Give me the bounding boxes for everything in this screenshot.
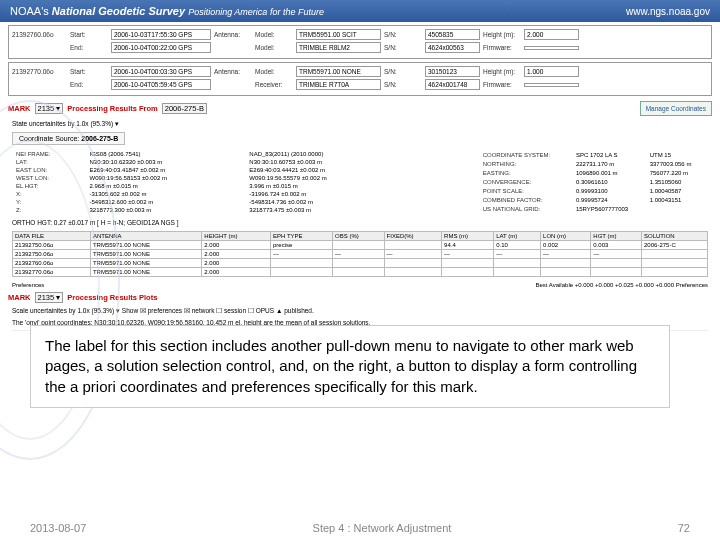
mark-plots-header: MARK 2135 ▾ Processing Results Plots — [0, 290, 720, 305]
slide-footer: 2013-08-07 Step 4 : Network Adjustment 7… — [0, 522, 720, 534]
scale-uncertainties[interactable]: State uncertainites by 1.0x (95.3%) ▾ — [0, 118, 720, 130]
prefs-right[interactable]: Best Available +0.000 +0.000 +0.025 +0.0… — [535, 282, 708, 288]
footer-page: 72 — [678, 522, 690, 534]
table-header: ANTENNA — [90, 232, 201, 241]
banner-url: www.ngs.noaa.gov — [626, 6, 710, 17]
footer-date: 2013-08-07 — [30, 522, 86, 534]
mark-select[interactable]: 2135 ▾ — [35, 103, 64, 114]
table-header: SOLUTION — [642, 232, 708, 241]
footer-step: Step 4 : Network Adjustment — [313, 522, 452, 534]
noaa-banner: NOAA's National Geodetic Survey Position… — [0, 0, 720, 22]
table-header: DATA FILE — [13, 232, 91, 241]
file-panel: 21392770.06oStart:2006-10-04T00:03:30 GP… — [8, 62, 712, 96]
table-row: 21392750.06oTRM55971.00 NONE2.000precise… — [13, 241, 708, 250]
results-from-label: Processing Results From — [67, 104, 157, 113]
plots-scale-row[interactable]: Scale uncertainites by 1.0x (95.3%) ▾ Sh… — [0, 305, 720, 317]
plots-mark-select[interactable]: 2135 ▾ — [35, 292, 64, 303]
mark-results-header: MARK 2135 ▾ Processing Results From 2006… — [0, 99, 720, 118]
file-panel: 21392760.06oStart:2006-10-03T17:55:30 GP… — [8, 25, 712, 59]
table-header: RMS (m) — [442, 232, 494, 241]
table-row: 21392760.06oTRM55971.00 NONE2.000 — [13, 259, 708, 268]
coordinate-tables: NEI FRAME:IGS08 (2006.7541)LAT:N30:30:10… — [12, 149, 708, 215]
table-header: FIXED(%) — [384, 232, 441, 241]
table-header: HGT (m) — [591, 232, 642, 241]
table-header: OBS (%) — [333, 232, 385, 241]
table-header: EPH TYPE — [271, 232, 333, 241]
manage-coordinates-button[interactable]: Manage Coordinates — [640, 101, 712, 116]
prefs-row: Preferences Best Available +0.000 +0.000… — [0, 280, 720, 290]
project-select[interactable]: 2006-275-B — [162, 103, 207, 114]
table-row: 21392750.06oTRM55971.00 NONE2.000——————— — [13, 250, 708, 259]
mark-label: MARK — [8, 104, 31, 113]
explanation-callout: The label for this section includes anot… — [30, 325, 670, 408]
table-header: HEIGHT (m) — [202, 232, 271, 241]
table-row: 21392770.06oTRM55971.00 NONE2.000 — [13, 268, 708, 277]
coord-source: Coordinate Source: 2006-275-B — [12, 132, 125, 145]
data-file-table: DATA FILEANTENNAHEIGHT (m)EPH TYPEOBS (%… — [12, 231, 708, 277]
table-header: LAT (m) — [494, 232, 541, 241]
table-header: LON (m) — [541, 232, 591, 241]
prefs-left[interactable]: Preferences — [12, 282, 44, 288]
ortho-height: ORTHO HGT: 0.27 ±0.017 m [ H = h-N; GEOI… — [0, 217, 720, 228]
banner-title: NOAA's National Geodetic Survey Position… — [10, 5, 324, 17]
